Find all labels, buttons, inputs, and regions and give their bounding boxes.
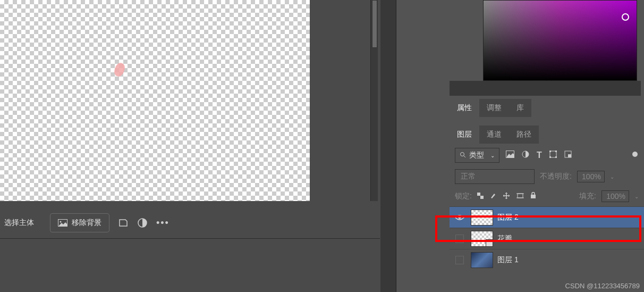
- panels-area: 属性 调整 库 图层 通道 路径 类型 ⌄ T 正常 不透明度:: [396, 0, 644, 292]
- lock-transparency-icon[interactable]: [477, 192, 484, 201]
- svg-rect-11: [555, 156, 557, 158]
- lock-label: 锁定:: [455, 191, 472, 201]
- chevron-down-icon: ⌄: [490, 153, 495, 158]
- color-picker[interactable]: [483, 0, 637, 81]
- more-icon[interactable]: •••: [156, 218, 170, 229]
- lock-artboard-icon[interactable]: [516, 192, 524, 201]
- fill-label: 填充:: [579, 191, 596, 201]
- fill-input[interactable]: 100%: [601, 190, 629, 202]
- opacity-input[interactable]: 100%: [577, 171, 605, 182]
- options-bar: 选择主体 移除背景 •••: [0, 210, 174, 236]
- visibility-toggle[interactable]: [453, 256, 467, 264]
- layer-name[interactable]: 花瓣: [497, 234, 512, 244]
- color-panel-footer: [450, 81, 641, 96]
- color-cursor[interactable]: [622, 13, 629, 21]
- collapsed-dock[interactable]: [380, 0, 396, 292]
- layer-filter-type-dropdown[interactable]: 类型 ⌄: [455, 148, 499, 163]
- layer-name[interactable]: 图层 2: [497, 213, 519, 222]
- remove-background-button[interactable]: 移除背景: [50, 213, 109, 232]
- svg-rect-17: [518, 194, 523, 198]
- circle-half-icon[interactable]: [137, 218, 148, 228]
- chevron-down-icon[interactable]: ⌄: [610, 174, 614, 180]
- tab-channels[interactable]: 通道: [479, 126, 509, 144]
- layer-thumbnail[interactable]: [471, 210, 493, 226]
- tab-layers[interactable]: 图层: [450, 126, 479, 144]
- search-icon: [460, 151, 466, 160]
- filter-toggle-icon[interactable]: [631, 151, 639, 160]
- svg-point-21: [459, 216, 461, 219]
- visibility-toggle[interactable]: [453, 214, 467, 221]
- type-label: 类型: [469, 151, 484, 160]
- svg-point-1: [60, 221, 62, 223]
- tab-libraries[interactable]: 库: [509, 99, 531, 117]
- lock-position-icon[interactable]: [503, 192, 510, 201]
- filter-type-icon[interactable]: T: [537, 151, 542, 160]
- layer-name[interactable]: 图层 1: [497, 255, 519, 265]
- panel-tabs-2: 图层 通道 路径: [450, 126, 539, 144]
- layer-thumbnail[interactable]: [471, 231, 493, 247]
- scrollbar-thumb[interactable]: [372, 0, 377, 48]
- image-icon: [58, 219, 67, 227]
- svg-point-14: [632, 152, 638, 157]
- layer-item[interactable]: 图层 1: [450, 249, 644, 270]
- remove-background-label: 移除背景: [72, 218, 101, 228]
- opacity-label: 不透明度:: [540, 172, 572, 181]
- transform-icon[interactable]: [118, 218, 129, 228]
- svg-rect-8: [549, 151, 551, 152]
- tab-paths[interactable]: 路径: [509, 126, 539, 144]
- lock-pixels-icon[interactable]: [490, 192, 496, 201]
- layer-item[interactable]: 花瓣: [450, 228, 644, 249]
- lock-all-icon[interactable]: [530, 192, 536, 201]
- select-subject-button[interactable]: 选择主体: [4, 213, 41, 232]
- layer-list: 图层 2 花瓣 图层 1: [450, 206, 644, 270]
- vertical-scrollbar[interactable]: [370, 0, 378, 201]
- filter-pixel-icon[interactable]: [506, 151, 514, 160]
- svg-rect-16: [480, 196, 484, 199]
- divider: [0, 238, 380, 239]
- svg-rect-9: [555, 151, 557, 152]
- canvas[interactable]: [0, 0, 310, 201]
- tab-adjustments[interactable]: 调整: [479, 99, 509, 117]
- tab-properties[interactable]: 属性: [450, 99, 479, 117]
- svg-rect-13: [568, 154, 571, 157]
- panel-tabs-1: 属性 调整 库: [450, 99, 531, 117]
- filter-shape-icon[interactable]: [549, 151, 557, 160]
- watermark: CSDN @112233456789: [565, 282, 640, 290]
- filter-adjustment-icon[interactable]: [522, 151, 529, 160]
- layers-panel: 类型 ⌄ T 正常 不透明度: 100% ⌄ 锁定:: [450, 145, 644, 270]
- chevron-down-icon[interactable]: ⌄: [634, 194, 639, 199]
- svg-point-3: [461, 153, 464, 156]
- svg-rect-15: [477, 193, 480, 196]
- layer-thumbnail[interactable]: [471, 252, 493, 268]
- svg-line-4: [464, 156, 465, 157]
- filter-smart-icon[interactable]: [564, 151, 572, 160]
- brush-stroke: [113, 62, 126, 78]
- svg-rect-10: [549, 156, 551, 158]
- layer-item[interactable]: 图层 2: [450, 206, 644, 228]
- svg-rect-20: [531, 195, 536, 198]
- visibility-toggle[interactable]: [453, 235, 467, 243]
- blend-mode-dropdown[interactable]: 正常: [455, 169, 535, 184]
